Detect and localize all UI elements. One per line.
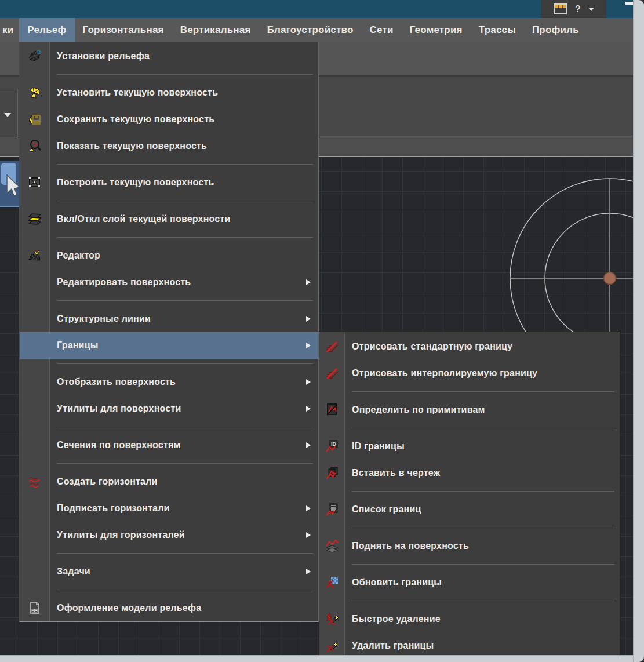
menu-item-label: Обновить границы (352, 577, 442, 588)
chevron-down-icon[interactable] (588, 8, 594, 11)
submenu-arrow-icon (306, 316, 311, 322)
menu-icon-gutter (319, 466, 344, 480)
set-current-surface-icon (28, 86, 42, 100)
menu-item-label: Определить по примитивам (352, 405, 485, 415)
menu-item-label: Поднять на поверхность (352, 541, 469, 551)
menu-item-build-current-surface[interactable]: Построить текущую поверхность (20, 169, 318, 196)
menu-separator (20, 459, 318, 468)
menu-item-label: Установить текущую поверхность (57, 88, 218, 98)
menu-item-terrain-settings[interactable]: Установки рельефа (20, 43, 318, 70)
menu-item-contour-utilities[interactable]: Утилиты для горизонталей (20, 522, 318, 548)
submenu-item-quick-delete[interactable]: Быстрое удаление (319, 606, 620, 632)
outer-circle (510, 179, 633, 332)
save-current-surface-icon (28, 112, 42, 126)
menu-item-label: Показать текущую поверхность (57, 141, 207, 151)
menu-item-label: Задачи (57, 566, 90, 577)
window-layout-icon[interactable] (553, 3, 567, 15)
select-tool-button[interactable] (0, 161, 19, 207)
submenu-item-define-by-primitives[interactable]: Определить по примитивам (319, 397, 620, 423)
menu-item-tasks[interactable]: Задачи (20, 558, 318, 585)
menu-bar: киРельефГоризонтальнаяВертикальнаяБлагоу… (0, 18, 633, 42)
menu-icon-gutter (319, 366, 344, 380)
quick-access-panel: ? (541, 0, 606, 18)
draw-interpolated-boundary-icon (325, 366, 339, 380)
menu-bar-item-landscaping[interactable]: Благоустройство (259, 18, 362, 42)
menu-item-label: Сохранить текущую поверхность (57, 114, 214, 125)
build-current-surface-icon (28, 176, 42, 190)
menu-item-label: Структурные линии (57, 314, 151, 324)
menu-icon-gutter: ID (319, 439, 344, 453)
menu-item-label: Список границ (352, 504, 421, 515)
submenu-item-update-boundaries[interactable]: Обновить границы (319, 569, 620, 596)
menu-item-label: Оформление модели рельефа (57, 603, 201, 613)
menu-item-surface-editor[interactable]: Редактор (20, 242, 318, 269)
menu-icon-gutter (319, 612, 344, 626)
menu-item-label: Сечения по поверхностям (57, 440, 181, 450)
style-combobox-partial[interactable] (0, 89, 18, 137)
menu-separator (20, 232, 318, 242)
submenu-item-boundary-list[interactable]: Список границ (319, 496, 620, 523)
menu-item-set-current-surface[interactable]: Установить текущую поверхность (20, 79, 318, 106)
menu-item-relief-model-format[interactable]: Оформление модели рельефа (20, 595, 318, 621)
menu-bar-item-vertical[interactable]: Вертикальная (172, 18, 259, 42)
cursor-arrow-icon (1, 174, 19, 202)
dropdown-arrow-icon (4, 113, 11, 117)
menu-bar-item-geometry[interactable]: Геометрия (402, 18, 471, 42)
menu-item-surface-utilities[interactable]: Утилиты для поверхности (20, 395, 318, 422)
create-contours-icon (28, 475, 42, 489)
menu-separator (20, 70, 318, 79)
submenu-arrow-icon (306, 406, 311, 412)
app-window: ? киРельефГоризонтальнаяВертикальнаяБлаг… (0, 0, 644, 662)
menu-item-save-current-surface[interactable]: Сохранить текущую поверхность (20, 106, 318, 133)
help-button[interactable]: ? (575, 4, 581, 14)
menu-item-label: Установки рельефа (57, 51, 150, 61)
menu-item-label: Вставить в чертеж (352, 468, 440, 478)
menu-item-boundaries[interactable]: Границы (20, 332, 318, 359)
draw-standard-boundary-icon (325, 340, 339, 354)
menu-item-show-current-surface[interactable]: Показать текущую поверхность (20, 133, 318, 159)
submenu-item-raise-to-surface[interactable]: Поднять на поверхность (319, 533, 620, 559)
menu-bar-item-profile[interactable]: Профиль (524, 18, 587, 42)
menu-separator (20, 422, 318, 432)
inner-circle (545, 213, 633, 332)
delete-boundaries-icon (325, 639, 339, 653)
menu-bar-item-relief[interactable]: Рельеф (19, 18, 74, 42)
quick-delete-icon (325, 612, 339, 626)
menu-icon-gutter (20, 139, 49, 153)
menu-separator (319, 523, 620, 533)
menu-icon-gutter (20, 86, 49, 100)
center-point[interactable] (604, 272, 616, 285)
menu-item-edit-surface[interactable]: Редактировать поверхность (20, 269, 318, 296)
menu-bar-item-ki-partial[interactable]: ки (0, 18, 19, 42)
menu-icon-gutter (20, 49, 49, 63)
menu-item-surface-sections[interactable]: Сечения по поверхностям (20, 432, 318, 459)
menu-separator (319, 387, 620, 397)
menu-item-label: Подписать горизонтали (57, 503, 170, 514)
submenu-arrow-icon (306, 532, 311, 538)
menu-icon-gutter (20, 176, 49, 190)
submenu-item-insert-into-drawing[interactable]: Вставить в чертеж (319, 460, 620, 486)
menu-item-create-contours[interactable]: Создать горизонтали (20, 468, 318, 495)
title-bar: ? (0, 0, 633, 18)
submenu-item-draw-standard-boundary[interactable]: Отрисовать стандартную границу (319, 333, 620, 360)
menu-icon-gutter (20, 112, 49, 126)
svg-text:ID: ID (331, 441, 337, 447)
relief-model-format-icon (28, 601, 42, 615)
menu-item-structure-lines[interactable]: Структурные линии (20, 305, 318, 332)
menu-item-toggle-surface-layer[interactable]: Вкл/Откл слой текущей поверхности (20, 206, 318, 232)
menu-item-label: Удалить границы (352, 641, 434, 651)
menu-bar-item-networks[interactable]: Сети (362, 18, 402, 42)
drawing-entities (475, 157, 633, 332)
submenu-item-draw-interpolated-boundary[interactable]: Отрисовать интерполируемую границу (319, 360, 620, 387)
menu-bar-item-horizontal[interactable]: Горизонтальная (75, 18, 172, 42)
window-edge-right (633, 0, 644, 662)
submenu-item-boundary-id[interactable]: IDID границы (319, 433, 620, 460)
menu-icon-gutter (319, 403, 344, 417)
menu-separator (20, 296, 318, 305)
menu-bar-item-routes[interactable]: Трассы (471, 18, 524, 42)
menu-item-label-contours[interactable]: Подписать горизонтали (20, 495, 318, 522)
relief-menu-panel: Установки рельефаУстановить текущую пове… (19, 42, 319, 622)
surface-editor-icon (28, 249, 42, 263)
menu-item-display-surface[interactable]: Отобразить поверхность (20, 369, 318, 395)
menu-item-label: Создать горизонтали (57, 477, 158, 487)
